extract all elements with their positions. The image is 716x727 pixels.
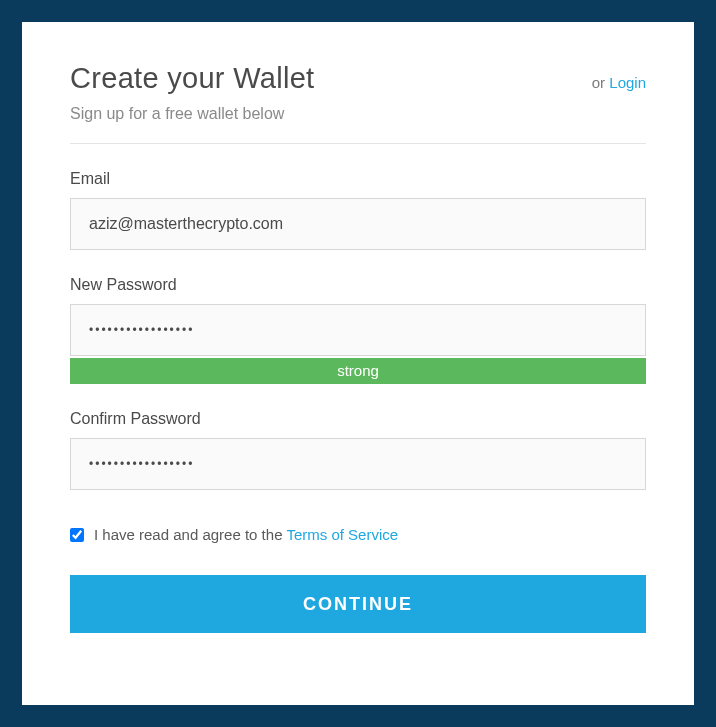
tos-text: I have read and agree to the Terms of Se… [94,526,398,543]
new-password-group: New Password strong [70,276,646,384]
password-strength-bar: strong [70,358,646,384]
email-group: Email [70,170,646,250]
email-field[interactable] [70,198,646,250]
login-link[interactable]: Login [609,74,646,91]
signup-card: Create your Wallet or Login Sign up for … [22,22,694,705]
confirm-password-group: Confirm Password [70,410,646,490]
page-subtitle: Sign up for a free wallet below [70,105,646,123]
tos-link[interactable]: Terms of Service [286,526,398,543]
confirm-password-field[interactable] [70,438,646,490]
email-label: Email [70,170,646,188]
page-title: Create your Wallet [70,62,314,95]
divider [70,143,646,144]
continue-button[interactable]: CONTINUE [70,575,646,633]
tos-prefix: I have read and agree to the [94,526,286,543]
new-password-field[interactable] [70,304,646,356]
or-text: or [592,74,610,91]
confirm-password-label: Confirm Password [70,410,646,428]
new-password-label: New Password [70,276,646,294]
header-row: Create your Wallet or Login [70,62,646,95]
tos-row: I have read and agree to the Terms of Se… [70,526,646,543]
tos-checkbox[interactable] [70,528,84,542]
login-prompt: or Login [592,74,646,91]
